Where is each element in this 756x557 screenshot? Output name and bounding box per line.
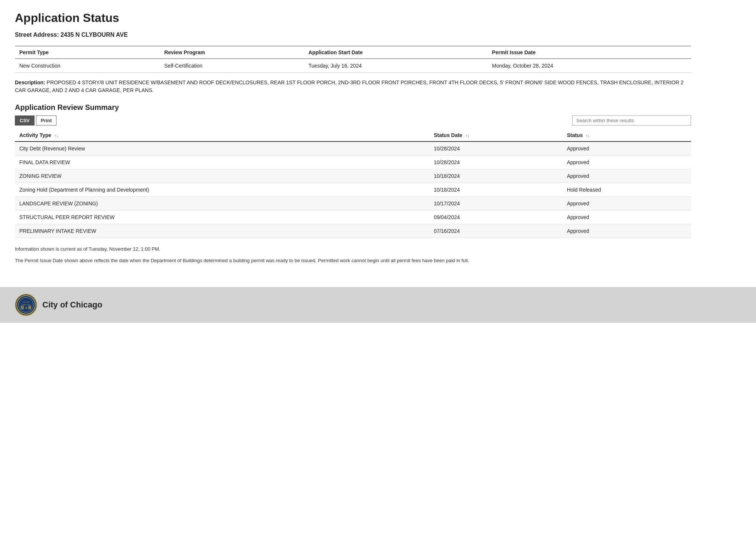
review-cell-status_date: 10/18/2024: [429, 183, 562, 197]
review-cell-activity_type: Zoning Hold (Department of Planning and …: [15, 183, 429, 197]
col-review-program: Review Program: [160, 46, 304, 59]
page-title: Application Status: [15, 11, 691, 25]
review-table-row: STRUCTURAL PEER REPORT REVIEW09/04/2024A…: [15, 211, 691, 224]
review-cell-status_date: 10/18/2024: [429, 169, 562, 183]
search-container: [572, 115, 691, 126]
sort-icon-activity[interactable]: ↑↓: [54, 133, 58, 138]
permit-cell-permit_issue_date: Monday, October 28, 2024: [487, 59, 691, 73]
street-address-value: 2435 N CLYBOURN AVE: [61, 32, 128, 38]
permit-cell-review_program: Self-Certification: [160, 59, 304, 73]
review-cell-status_date: 07/16/2024: [429, 224, 562, 238]
footer-note-1: Information shown is current as of Tuesd…: [15, 245, 691, 253]
sort-icon-status-date[interactable]: ↑↓: [465, 133, 470, 138]
permit-cell-app_start_date: Tuesday, July 16, 2024: [304, 59, 487, 73]
review-cell-status_date: 09/04/2024: [429, 211, 562, 224]
review-table-row: City Debt (Revenue) Review10/28/2024Appr…: [15, 141, 691, 156]
col-status: Status ↑↓: [562, 129, 691, 141]
print-button[interactable]: Print: [36, 115, 57, 126]
footer-note-2: The Permit Issue Date shown above reflec…: [15, 257, 691, 265]
svg-rect-6: [28, 306, 31, 309]
street-address: Street Address: 2435 N CLYBOURN AVE: [15, 32, 691, 38]
col-permit-type: Permit Type: [15, 46, 160, 59]
review-cell-activity_type: ZONING REVIEW: [15, 169, 429, 183]
footer-bar: CITY OF CHICAGO ★ City of Chicago: [0, 287, 756, 323]
review-table-row: LANDSCAPE REVIEW (ZONING)10/17/2024Appro…: [15, 197, 691, 211]
review-cell-activity_type: City Debt (Revenue) Review: [15, 141, 429, 156]
svg-rect-5: [21, 306, 24, 309]
review-table-row: FINAL DATA REVIEW10/28/2024Approved: [15, 156, 691, 169]
review-cell-status: Hold Released: [562, 183, 691, 197]
permit-table-row: New ConstructionSelf-CertificationTuesda…: [15, 59, 691, 73]
search-input[interactable]: [572, 115, 691, 126]
review-cell-activity_type: FINAL DATA REVIEW: [15, 156, 429, 169]
permit-info-table: Permit Type Review Program Application S…: [15, 46, 691, 73]
review-table-row: PRELIMINARY INTAKE REVIEW07/16/2024Appro…: [15, 224, 691, 238]
review-summary-table: Activity Type ↑↓ Status Date ↑↓ Status ↑…: [15, 129, 691, 238]
review-toolbar: CSV Print: [15, 115, 691, 126]
sort-icon-status[interactable]: ↑↓: [586, 133, 590, 138]
street-address-label: Street Address:: [15, 32, 59, 38]
col-app-start-date: Application Start Date: [304, 46, 487, 59]
review-table-row: Zoning Hold (Department of Planning and …: [15, 183, 691, 197]
review-cell-status_date: 10/28/2024: [429, 141, 562, 156]
description-box: Description: PROPOSED 4 STORY/8 UNIT RES…: [15, 79, 691, 94]
review-cell-status_date: 10/17/2024: [429, 197, 562, 211]
city-seal: CITY OF CHICAGO ★: [15, 294, 37, 316]
col-activity-type: Activity Type ↑↓: [15, 129, 429, 141]
city-seal-svg: CITY OF CHICAGO ★: [16, 295, 36, 315]
review-cell-activity_type: STRUCTURAL PEER REPORT REVIEW: [15, 211, 429, 224]
csv-button[interactable]: CSV: [15, 115, 35, 126]
col-status-date: Status Date ↑↓: [429, 129, 562, 141]
svg-text:CITY OF: CITY OF: [22, 301, 29, 303]
review-cell-status: Approved: [562, 197, 691, 211]
description-text: PROPOSED 4 STORY/8 UNIT RESIDENCE W/BASE…: [15, 79, 684, 93]
city-name: City of Chicago: [42, 300, 102, 310]
review-cell-status: Approved: [562, 156, 691, 169]
review-cell-status: Approved: [562, 211, 691, 224]
col-permit-issue-date: Permit Issue Date: [487, 46, 691, 59]
review-cell-status: Approved: [562, 169, 691, 183]
review-cell-status: Approved: [562, 224, 691, 238]
svg-text:CHICAGO: CHICAGO: [22, 304, 30, 306]
permit-cell-permit_type: New Construction: [15, 59, 160, 73]
review-cell-status_date: 10/28/2024: [429, 156, 562, 169]
review-cell-activity_type: PRELIMINARY INTAKE REVIEW: [15, 224, 429, 238]
review-cell-status: Approved: [562, 141, 691, 156]
svg-text:★: ★: [25, 306, 27, 310]
review-summary-title: Application Review Summary: [15, 103, 691, 112]
review-cell-activity_type: LANDSCAPE REVIEW (ZONING): [15, 197, 429, 211]
description-label: Description:: [15, 79, 45, 85]
toolbar-left: CSV Print: [15, 115, 56, 126]
review-table-row: ZONING REVIEW10/18/2024Approved: [15, 169, 691, 183]
